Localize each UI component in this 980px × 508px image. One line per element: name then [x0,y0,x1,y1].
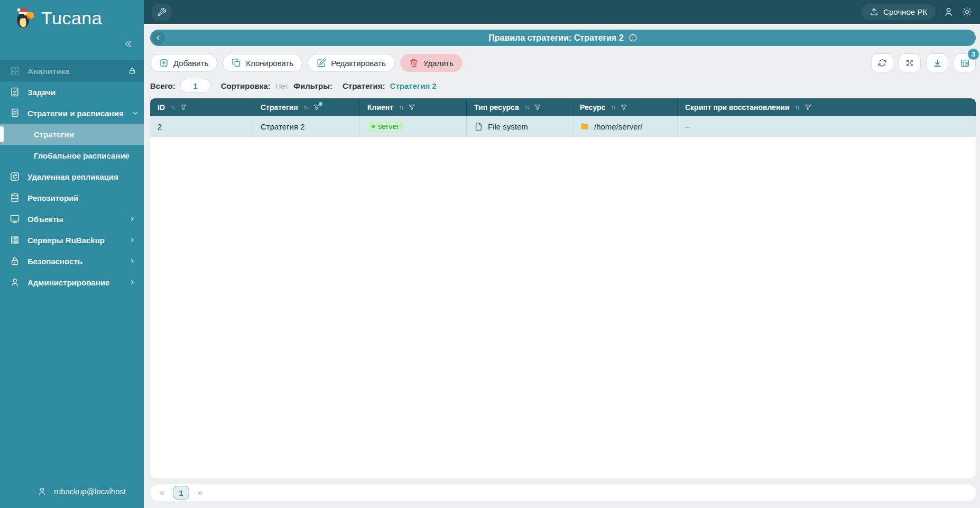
chevron-right-icon [128,236,136,244]
tools-button[interactable] [152,4,171,21]
filter-icon[interactable] [180,104,187,111]
table-settings-icon [960,58,970,68]
upload-icon [870,7,879,16]
brand[interactable]: Tucana [0,0,144,33]
wrench-icon [157,7,167,17]
sort-icon[interactable]: ↑↓ [795,104,799,111]
refresh-icon [877,58,887,68]
fullscreen-button[interactable] [899,53,921,72]
back-button[interactable] [152,31,165,44]
urgent-backup-button[interactable]: Срочное РК [861,4,936,20]
export-button[interactable] [926,53,948,72]
filter-icon[interactable] [620,104,627,111]
sidebar: Tucana Аналитика [0,0,144,508]
analytics-grid-icon [10,66,20,76]
add-button[interactable]: Добавить [150,54,217,72]
sidebar-item-rubackup-servers[interactable]: Серверы RuBackup [0,229,144,251]
column-header-restore-script[interactable]: Скрипт при восстановлении ↑↓ [678,98,976,116]
main-area: Срочное РК [144,0,980,508]
active-filter-dot [319,102,322,106]
user-name: rubackup@localhost [54,487,126,496]
sidebar-item-label: Безопасность [27,257,82,266]
sidebar-item-label: Стратегии [34,130,74,139]
summary-row: Всего: 1 Сортировка: Нет Фильтры: Страте… [150,79,976,93]
sidebar-item-objects[interactable]: Объекты [0,208,144,229]
client-status-badge: server [367,121,404,132]
last-page-button[interactable]: » [198,488,202,497]
cell-client: server [360,116,467,137]
column-header-id[interactable]: ID ↑↓ [150,98,253,116]
tucana-logo-icon [12,6,36,30]
sidebar-item-security[interactable]: Безопасность [0,251,144,272]
cell-resource-type: File system [467,116,572,137]
sidebar-item-global-schedule[interactable]: Глобальное расписание [0,145,144,166]
sidebar-item-tasks[interactable]: Задачи [0,81,144,103]
refresh-button[interactable] [871,53,893,72]
sidebar-menu: Аналитика Задачи [0,60,144,293]
chevron-down-icon [131,109,140,117]
filter-value-link[interactable]: Стратегия 2 [390,81,437,90]
columns-settings-button[interactable]: 3 [954,53,976,72]
cell-strategy: Стратегия 2 [253,116,360,137]
column-header-resource-type[interactable]: Тип ресурса ↑↓ [467,98,572,116]
sidebar-item-strategies-group[interactable]: Стратегии и расписания [0,103,144,124]
replication-icon [10,171,20,182]
total-label: Всего: [150,81,175,90]
add-label: Добавить [173,59,208,68]
delete-label: Удалить [423,59,454,68]
strategy-rules-table: ID ↑↓ Стратегия ↑↓ [150,98,976,478]
documents-icon [10,108,20,118]
sort-icon[interactable]: ↑↓ [611,104,615,111]
sidebar-item-label: Удаленная репликация [27,172,118,181]
collapse-sidebar-icon[interactable] [123,37,133,51]
chevron-right-icon [128,257,136,265]
delete-button[interactable]: Удалить [400,54,463,72]
sort-icon[interactable]: ↑↓ [524,104,529,111]
sidebar-item-strategies[interactable]: Стратегии [0,124,144,145]
edit-button[interactable]: Редактировать [308,54,395,72]
clone-button[interactable]: Клонировать [223,54,302,72]
trash-icon [409,58,419,68]
sort-icon[interactable]: ↑↓ [399,104,403,111]
sort-value: Нет [275,81,289,90]
brand-name: Tucana [41,8,102,29]
user-icon [37,486,47,496]
server-icon [10,235,20,245]
table-header-row: ID ↑↓ Стратегия ↑↓ [150,98,976,116]
gear-icon[interactable] [961,6,973,17]
info-icon[interactable] [628,33,637,42]
urgent-backup-label: Срочное РК [883,7,927,16]
filter-icon[interactable] [534,104,541,111]
page-title: Правила стратегии: Стратегия 2 [488,33,624,43]
sidebar-item-administration[interactable]: Администрирование [0,272,144,293]
chevron-right-icon [128,215,136,223]
column-header-strategy[interactable]: Стратегия ↑↓ [253,98,360,116]
edit-icon [317,58,326,68]
sidebar-item-analytics[interactable]: Аналитика [0,60,144,81]
sidebar-item-label: Объекты [27,215,63,224]
user-account[interactable]: rubackup@localhost [0,486,144,508]
first-page-button[interactable]: « [160,488,164,497]
admin-user-icon [10,277,20,288]
page-1-button[interactable]: 1 [173,486,189,500]
table-row[interactable]: 2 Стратегия 2 server [150,116,976,137]
pagination: « 1 » [150,484,976,501]
sidebar-item-label: Глобальное расписание [34,151,130,160]
sidebar-item-label: Администрирование [27,278,109,287]
filter-icon-active[interactable] [313,104,320,111]
column-header-client[interactable]: Клиент ↑↓ [360,98,467,116]
column-header-resource[interactable]: Ресурс ↑↓ [572,98,678,116]
sort-icon[interactable]: ↑↓ [303,104,308,111]
tasks-icon [10,87,20,97]
filter-icon[interactable] [805,104,812,111]
filter-icon[interactable] [408,104,415,111]
sidebar-item-remote-replication[interactable]: Удаленная репликация [0,166,144,187]
sort-icon[interactable]: ↑↓ [170,104,174,111]
page-content: Правила стратегии: Стратегия 2 [144,24,980,508]
download-icon [932,58,942,68]
profile-icon[interactable] [943,6,954,17]
filters-label: Фильтры: [293,81,332,90]
page-header: Правила стратегии: Стратегия 2 [150,30,976,46]
sidebar-item-label: Серверы RuBackup [27,236,105,245]
sidebar-item-repository[interactable]: Репозиторий [0,187,144,208]
